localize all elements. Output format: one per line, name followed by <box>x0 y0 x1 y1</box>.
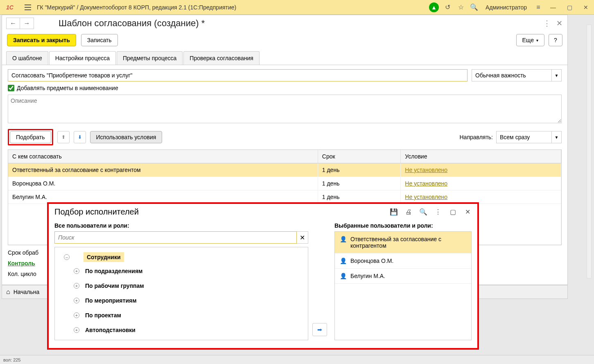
cell-condition-link[interactable]: Не установлено <box>405 167 447 173</box>
cell-condition-link[interactable]: Не установлено <box>405 180 447 187</box>
modal-right-panel: Выбранные пользователи и роли: 👤 Ответст… <box>334 222 472 340</box>
tree-node-roles[interactable]: + Роли <box>61 337 306 340</box>
tree-node-employees[interactable]: – Сотрудники <box>61 251 306 264</box>
importance-value: Обычная важность <box>472 72 551 79</box>
expand-icon[interactable]: + <box>74 327 79 333</box>
add-subjects-checkbox[interactable] <box>8 85 14 91</box>
header-row: ← → Шаблон согласования (создание) * ⋮ ✕ <box>2 15 567 32</box>
modal-header: Подбор исполнителей 💾 🖨 🔍 ⋮ ▢ ✕ <box>49 204 477 220</box>
header-close-icon[interactable]: ✕ <box>555 19 563 27</box>
maximize-icon[interactable]: ▢ <box>449 208 457 216</box>
history-icon[interactable]: ↺ <box>444 3 452 11</box>
search-icon[interactable]: 🔍 <box>470 3 478 11</box>
tree-label: Сотрудники <box>84 252 124 262</box>
close-icon[interactable]: ✕ <box>463 208 472 216</box>
nav-back-button[interactable]: ← <box>6 18 20 29</box>
add-subjects-checkbox-row[interactable]: Добавлять предметы в наименование <box>8 85 562 91</box>
tree-node-by-projects[interactable]: + По проектам <box>70 308 306 323</box>
expand-icon[interactable]: + <box>74 268 79 274</box>
add-selected-button[interactable]: ➡ <box>312 323 327 336</box>
selected-item[interactable]: 👤 Ответственный за согласование с контра… <box>335 232 471 253</box>
tree-label: По подразделениям <box>83 265 145 277</box>
tree-node-by-groups[interactable]: + По рабочим группам <box>70 278 306 293</box>
importance-select[interactable]: Обычная важность ▼ <box>472 69 562 81</box>
chevron-down-icon[interactable]: ▼ <box>551 70 561 81</box>
add-subjects-label: Добавлять предметы в наименование <box>17 85 118 91</box>
tree-label: По мероприятиям <box>83 295 139 306</box>
cell-term: 1 день <box>318 177 401 190</box>
favorite-icon[interactable]: ☆ <box>457 3 465 11</box>
template-name-input[interactable] <box>8 69 468 81</box>
more-button[interactable]: Еще <box>516 34 545 46</box>
selected-item[interactable]: 👤 Воронцова О.М. <box>335 253 471 269</box>
modal-title: Подбор исполнителей <box>54 207 390 217</box>
save-icon[interactable]: 💾 <box>390 208 398 216</box>
save-close-button[interactable]: Записать и закрыть <box>7 34 76 46</box>
preview-icon[interactable]: 🔍 <box>419 208 427 216</box>
tree-node-autosub[interactable]: + Автоподстановки <box>70 323 306 337</box>
move-up-button[interactable]: ⬆ <box>57 131 70 143</box>
selected-item-name: Ответственный за согласование с контраге… <box>350 236 466 249</box>
tab-about[interactable]: О шаблоне <box>6 51 48 65</box>
title-bar: 1С ГК "Меркурий" / Документооборот 8 КОР… <box>0 0 594 15</box>
selected-item-name: Воронцова О.М. <box>350 258 393 264</box>
move-down-button[interactable]: ⬇ <box>74 131 86 143</box>
cell-term: 1 день <box>318 190 401 204</box>
selected-item[interactable]: 👤 Белугин М.А. <box>335 269 471 284</box>
tree-label: По рабочим группам <box>83 280 147 292</box>
grid-row[interactable]: Воронцова О.М. 1 день Не установлено <box>8 177 561 190</box>
pick-button[interactable]: Подобрать <box>10 131 51 143</box>
expand-icon[interactable]: + <box>74 298 79 303</box>
nav-forward-button[interactable]: → <box>20 18 34 29</box>
tree-label: Роли <box>73 339 92 340</box>
settings-icon[interactable]: ≡ <box>534 3 542 11</box>
use-conditions-button[interactable]: Использовать условия <box>90 131 163 143</box>
help-button[interactable]: ? <box>549 34 562 46</box>
tab-approval-check[interactable]: Проверка согласования <box>183 51 259 65</box>
modal-body: Все пользователи и роли: ✕ – Сотрудники … <box>49 220 477 343</box>
save-button[interactable]: Записать <box>81 34 118 46</box>
collapse-icon[interactable]: – <box>64 254 70 260</box>
expand-icon[interactable]: + <box>74 283 79 289</box>
col-term: Срок <box>318 150 401 163</box>
scrollbar[interactable] <box>587 25 592 278</box>
grid-row[interactable]: Белугин М.А. 1 день Не установлено <box>8 190 561 204</box>
tree-node-by-dept[interactable]: + По подразделениям <box>70 264 306 278</box>
cell-term: 1 день <box>318 163 401 177</box>
minimize-button[interactable]: — <box>547 2 559 13</box>
cell-condition-link[interactable]: Не установлено <box>405 194 447 200</box>
user-icon: 👤 <box>340 273 346 279</box>
modal-middle: ➡ <box>312 222 330 340</box>
approvers-toolbar: Подобрать ⬆ ⬇ Использовать условия Напра… <box>8 129 562 145</box>
search-input[interactable] <box>54 231 297 244</box>
direction-value: Всем сразу <box>497 134 551 140</box>
user-name[interactable]: Администратор <box>486 4 527 11</box>
tree-label: Автоподстановки <box>83 324 138 336</box>
direction-select[interactable]: Всем сразу ▼ <box>496 131 562 143</box>
selected-list[interactable]: 👤 Ответственный за согласование с контра… <box>334 231 472 340</box>
tree-node-by-events[interactable]: + По мероприятиям <box>70 293 306 308</box>
maximize-button[interactable]: ▢ <box>564 2 575 13</box>
status-text: вол: 225 <box>3 357 20 362</box>
tab-process-settings[interactable]: Настройки процесса <box>49 51 116 65</box>
menu-icon[interactable] <box>23 2 33 12</box>
users-tree[interactable]: – Сотрудники + По подразделениям + По ра… <box>54 247 308 340</box>
close-window-button[interactable]: ✕ <box>580 2 592 13</box>
header-more-icon[interactable]: ⋮ <box>543 19 551 27</box>
print-icon[interactable]: 🖨 <box>404 208 413 216</box>
cell-who: Белугин М.А. <box>8 190 318 204</box>
notifications-icon[interactable]: ▲ <box>429 2 439 12</box>
description-textarea[interactable] <box>8 95 562 123</box>
grid-row[interactable]: Ответственный за согласование с контраге… <box>8 163 561 177</box>
more-icon[interactable]: ⋮ <box>434 208 442 216</box>
home-icon[interactable]: ⌂ <box>6 288 10 296</box>
command-bar: Записать и закрыть Записать Еще ? <box>2 32 567 49</box>
all-users-label: Все пользователи и роли: <box>54 222 308 229</box>
chevron-down-icon[interactable]: ▼ <box>551 131 561 143</box>
cell-who: Ответственный за согласование с контраге… <box>8 163 318 177</box>
clear-search-button[interactable]: ✕ <box>297 231 308 244</box>
tab-process-subjects[interactable]: Предметы процесса <box>117 51 183 65</box>
tree-label: По проектам <box>83 310 124 321</box>
expand-icon[interactable]: + <box>74 312 79 318</box>
taskbar-home-label[interactable]: Начальна <box>14 289 40 295</box>
